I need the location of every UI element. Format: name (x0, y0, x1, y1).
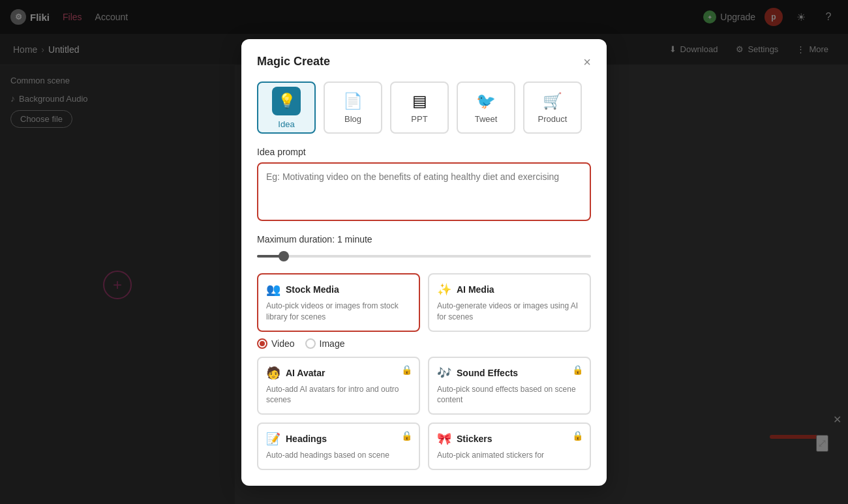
idea-icon: 💡 (272, 87, 301, 115)
feature-card-stock-media[interactable]: 👥 Stock Media Auto-pick videos or images… (257, 273, 420, 332)
stickers-lock-icon: 🔒 (572, 430, 583, 441)
tab-idea[interactable]: 💡 Idea (257, 82, 316, 134)
tab-ppt[interactable]: ▤ PPT (390, 82, 449, 134)
tab-product-label: Product (538, 114, 568, 124)
feature-card-headings[interactable]: 🔒 📝 Headings Auto-add headings based on … (257, 422, 420, 470)
headings-lock-icon: 🔒 (401, 430, 412, 441)
duration-label: Maximum duration: 1 minute (257, 234, 591, 245)
tab-ppt-label: PPT (411, 114, 427, 124)
tab-blog[interactable]: 📄 Blog (324, 82, 382, 134)
headings-desc: Auto-add headings based on scene (266, 450, 411, 461)
stock-media-desc: Auto-pick videos or images from stock li… (266, 301, 411, 323)
modal-header: Magic Create × (257, 55, 591, 68)
ai-avatar-title: AI Avatar (286, 368, 325, 378)
tab-blog-label: Blog (344, 114, 361, 124)
sound-effects-title: Sound Effects (457, 368, 518, 378)
feature-cards-grid: 👥 Stock Media Auto-pick videos or images… (257, 273, 591, 332)
tab-idea-label: Idea (278, 119, 294, 129)
ai-media-title: AI Media (457, 284, 494, 295)
radio-image-label: Image (320, 338, 345, 349)
ai-avatar-lock-icon: 🔒 (401, 364, 412, 375)
radio-video-dot (257, 338, 267, 349)
radio-image-dot (305, 338, 316, 349)
prompt-label: Idea prompt (257, 147, 591, 157)
media-type-radio-group: Video Image (257, 338, 591, 349)
modal-title: Magic Create (257, 55, 330, 68)
headings-icon: 📝 (266, 432, 280, 446)
tab-tweet[interactable]: 🐦 Tweet (457, 82, 515, 134)
stock-media-title: Stock Media (286, 284, 339, 295)
tab-product[interactable]: 🛒 Product (523, 82, 582, 134)
duration-thumb (279, 251, 289, 261)
headings-title: Headings (286, 434, 327, 444)
idea-bulb-icon: 💡 (278, 93, 295, 110)
ppt-icon: ▤ (412, 92, 427, 110)
ai-avatar-icon: 🧑 (266, 366, 280, 380)
stock-media-icon: 👥 (266, 282, 280, 297)
magic-create-modal: Magic Create × 💡 Idea 📄 Blog ▤ PPT 🐦 Twe… (241, 39, 607, 486)
modal-close-button[interactable]: × (583, 55, 591, 68)
feature-card-sound-effects[interactable]: 🔒 🎶 Sound Effects Auto-pick sound effect… (428, 357, 591, 415)
radio-video-label: Video (271, 338, 295, 349)
feature-card-ai-media[interactable]: ✨ AI Media Auto-generate videos or image… (428, 273, 591, 332)
duration-track[interactable] (257, 255, 591, 258)
radio-image[interactable]: Image (305, 338, 345, 349)
tab-tweet-label: Tweet (475, 114, 498, 124)
stickers-icon: 🎀 (437, 432, 451, 446)
tweet-icon: 🐦 (476, 92, 496, 110)
duration-slider-wrap (257, 250, 591, 263)
stickers-desc: Auto-pick animated stickers for (437, 450, 582, 461)
blog-icon: 📄 (343, 92, 363, 110)
radio-video[interactable]: Video (257, 338, 295, 349)
ai-media-desc: Auto-generate videos or images using AI … (437, 301, 582, 323)
feature-card-stickers[interactable]: 🔒 🎀 Stickers Auto-pick animated stickers… (428, 422, 591, 470)
feature-card-ai-avatar[interactable]: 🔒 🧑 AI Avatar Auto-add AI avatars for in… (257, 357, 420, 415)
ai-media-icon: ✨ (437, 282, 451, 297)
product-icon: 🛒 (543, 92, 562, 110)
feature-cards-grid-lower: 🔒 🧑 AI Avatar Auto-add AI avatars for in… (257, 357, 591, 470)
stickers-title: Stickers (457, 434, 492, 444)
sound-effects-desc: Auto-pick sound effects based on scene c… (437, 384, 582, 406)
prompt-textarea[interactable] (257, 162, 591, 221)
type-tabs: 💡 Idea 📄 Blog ▤ PPT 🐦 Tweet 🛒 Product (257, 82, 591, 134)
ai-avatar-desc: Auto-add AI avatars for intro and outro … (266, 384, 411, 406)
sound-effects-icon: 🎶 (437, 366, 451, 380)
sound-effects-lock-icon: 🔒 (572, 364, 583, 375)
